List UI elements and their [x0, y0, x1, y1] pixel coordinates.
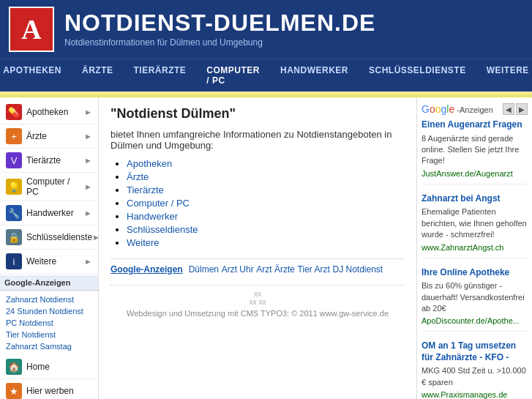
sidebar-item-computer---pc[interactable]: 💡 Computer / PC ►: [0, 173, 98, 201]
sidebar-bottom: 🏠 Home ★ Hier werben: [0, 355, 98, 399]
list-item: Apotheken: [127, 158, 405, 169]
yellow-strip: [0, 92, 532, 97]
footer-link[interactable]: Dülmen: [189, 264, 219, 275]
sidebar-bottom-icon: 🏠: [6, 359, 22, 375]
ads-header: Google -Anzeigen ◀ ▶: [422, 103, 528, 115]
ad-item: Zahnarzt bei Angst Ehemalige Patienten b…: [422, 193, 528, 258]
footer-link[interactable]: DJ Notdienst: [332, 264, 383, 275]
content-list-link[interactable]: Tierärzte: [127, 184, 164, 195]
ads-google-logo: Google -Anzeigen: [422, 103, 493, 115]
content-list-link[interactable]: Handwerker: [127, 211, 178, 222]
sidebar-item-weitere[interactable]: i Weitere ►: [0, 250, 98, 274]
main-layout: 💊 Apotheken ► + Ärzte ► V Tierärzte ► 💡 …: [0, 97, 532, 399]
ad-description: 8 Augenärzte sind gerade online. Stellen…: [422, 133, 528, 167]
header-text: NOTDIENST-DUELMEN.DE Notdienstinformatio…: [64, 11, 375, 48]
ads-items: Einen Augenarzt Fragen 8 Augenärzte sind…: [422, 119, 528, 399]
ad-item: Einen Augenarzt Fragen 8 Augenärzte sind…: [422, 119, 528, 184]
ad-title-link[interactable]: OM an 1 Tag umsetzen für Zahnärzte - KFO…: [422, 340, 528, 363]
sidebar-item-schl-sseldienste[interactable]: 🔒 Schlüsseldienste ►: [0, 225, 98, 250]
ad-url: www.Praxismanages.de: [422, 390, 528, 399]
nav-item-handwerker[interactable]: HANDWERKER: [270, 59, 359, 92]
nav-item-computer---pc[interactable]: COMPUTER / PC: [196, 59, 270, 92]
sidebar-google-link[interactable]: 24 Stunden Notdienst: [6, 305, 92, 317]
content-list-link[interactable]: Apotheken: [127, 158, 172, 169]
sidebar-label: Handwerker: [26, 208, 74, 218]
site-header: A NOTDIENST-DUELMEN.DE Notdienstinformat…: [0, 0, 532, 59]
sidebar-arrow-icon: ►: [84, 132, 92, 141]
sidebar-bottom-label: Home: [26, 362, 50, 372]
ads-column: Google -Anzeigen ◀ ▶ Einen Augenarzt Fra…: [416, 97, 532, 399]
sidebar-bottom-item-home[interactable]: 🏠 Home: [0, 355, 98, 379]
sidebar-google-link[interactable]: Zahnarzt Notdienst: [6, 294, 92, 305]
sidebar-label: Weitere: [26, 256, 56, 266]
sidebar-bottom-item-hier-werben[interactable]: ★ Hier werben: [0, 379, 98, 399]
sidebar-icon: 💡: [6, 179, 22, 195]
nav-item-weitere[interactable]: WEITERE: [476, 59, 532, 92]
logo-letter: A: [21, 13, 41, 45]
content-list-link[interactable]: Computer / PC: [127, 198, 190, 209]
list-item: Weitere: [127, 237, 405, 248]
ad-title-link[interactable]: Zahnarzt bei Angst: [422, 193, 528, 205]
footer-link[interactable]: Arzt Uhr: [222, 264, 254, 275]
ad-description: Ehemalige Patienten berichten, wie Ihnen…: [422, 206, 528, 240]
ad-description: MKG 400 Std Zeit u. >10.000 € sparen: [422, 365, 528, 388]
nav-item-apotheken[interactable]: APOTHEKEN: [0, 59, 72, 92]
content-list-link[interactable]: Schlüsseldienste: [127, 224, 198, 235]
sidebar-google-links: Zahnarzt Notdienst24 Stunden NotdienstPC…: [0, 291, 98, 355]
main-nav: APOTHEKENÄRZTETIERÄRZTECOMPUTER / PCHAND…: [0, 59, 532, 92]
ads-next-button[interactable]: ▶: [516, 103, 528, 115]
list-item: Ärzte: [127, 171, 405, 182]
footer-link[interactable]: Tier Arzt: [298, 264, 330, 275]
content-title: "Notdienst Dülmen": [110, 106, 405, 122]
ad-title-link[interactable]: Ihre Online Apotheke: [422, 267, 528, 279]
ads-prev-button[interactable]: ◀: [503, 103, 514, 115]
sidebar-label: Schlüsseldienste: [26, 232, 92, 242]
sidebar-label: Tierärzte: [26, 155, 61, 165]
content-list-link[interactable]: Weitere: [127, 237, 160, 248]
copyright-small: xxxx xx: [110, 290, 405, 306]
ad-url: ApoDiscounter.de/Apothe...: [422, 316, 528, 325]
sidebar-arrow-icon: ►: [84, 156, 92, 165]
sidebar-items: 💊 Apotheken ► + Ärzte ► V Tierärzte ► 💡 …: [0, 100, 98, 274]
sidebar-label: Ärzte: [26, 131, 47, 141]
sidebar-arrow-icon: ►: [84, 257, 92, 266]
ad-item: Ihre Online Apotheke Bis zu 60% günstige…: [422, 267, 528, 332]
content-list-link[interactable]: Ärzte: [127, 171, 149, 182]
footer-link[interactable]: Arzt Ärzte: [256, 264, 295, 275]
sidebar-arrow-icon: ►: [84, 209, 92, 217]
ad-title-link[interactable]: Einen Augenarzt Fragen: [422, 119, 528, 131]
sidebar-item-apotheken[interactable]: 💊 Apotheken ►: [0, 100, 98, 124]
ad-url: JustAnswer.de/Augenarzt: [422, 169, 528, 178]
content-footer-links: Google-Anzeigen Dülmen Arzt Uhr Arzt Ärz…: [110, 258, 405, 275]
sidebar-item--rzte[interactable]: + Ärzte ►: [0, 124, 98, 149]
sidebar-icon: 🔒: [6, 229, 22, 245]
list-item: Tierärzte: [127, 184, 405, 195]
copyright-text: Webdesign und Umsetzung mit CMS TYPO3: ©…: [127, 309, 389, 318]
sidebar-arrow-icon: ►: [84, 108, 92, 116]
content-area: "Notdienst Dülmen" bietet Ihnen umfangre…: [99, 97, 416, 399]
ad-description: Bis zu 60% günstiger - dauerhaft! Versan…: [422, 280, 528, 314]
sidebar-google-link[interactable]: Zahnarzt Samstag: [6, 340, 92, 352]
nav-item-schl-sseldienste[interactable]: SCHLÜSSELDIENSTE: [359, 59, 476, 92]
sidebar-icon: i: [6, 253, 22, 269]
ad-item: OM an 1 Tag umsetzen für Zahnärzte - KFO…: [422, 340, 528, 399]
sidebar-item-handwerker[interactable]: 🔧 Handwerker ►: [0, 201, 98, 225]
sidebar-google-link[interactable]: PC Notdienst: [6, 317, 92, 329]
content-list: ApothekenÄrzteTierärzteComputer / PCHand…: [110, 158, 405, 248]
content-copyright: xxxx xx Webdesign und Umsetzung mit CMS …: [110, 285, 405, 318]
nav-item--rzte[interactable]: ÄRZTE: [72, 59, 124, 92]
sidebar-arrow-icon: ►: [84, 182, 92, 191]
site-title: NOTDIENST-DUELMEN.DE: [64, 11, 375, 34]
ad-url: www.ZahnarztAngst.ch: [422, 243, 528, 252]
footer-links: Dülmen Arzt Uhr Arzt Ärzte Tier Arzt DJ …: [189, 264, 383, 275]
list-item: Handwerker: [127, 211, 405, 222]
nav-item-tier-rzte[interactable]: TIERÄRZTE: [123, 59, 196, 92]
sidebar-label: Apotheken: [26, 107, 68, 117]
sidebar-label: Computer / PC: [26, 176, 84, 197]
sidebar-icon: V: [6, 152, 22, 168]
ads-nav: ◀ ▶: [503, 103, 528, 115]
sidebar-item-tier-rzte[interactable]: V Tierärzte ►: [0, 149, 98, 173]
sidebar-google-link[interactable]: Tier Notdienst: [6, 329, 92, 340]
sidebar-icon: +: [6, 128, 22, 144]
list-item: Computer / PC: [127, 198, 405, 209]
